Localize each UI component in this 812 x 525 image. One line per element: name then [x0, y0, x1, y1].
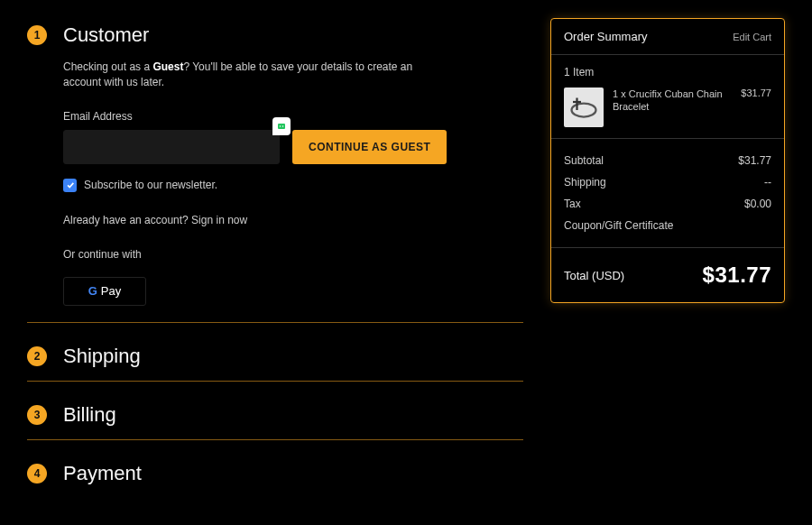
svg-point-1: [280, 125, 281, 127]
total-value: $31.77: [703, 262, 771, 288]
order-summary-panel: Order Summary Edit Cart 1 Item 1 x Cruci…: [550, 18, 785, 303]
tax-label: Tax: [564, 198, 581, 210]
svg-rect-0: [278, 124, 285, 129]
step-title: Payment: [63, 462, 142, 485]
already-account-text: Already have an account? Sign in now: [63, 214, 523, 226]
chat-widget-icon[interactable]: [272, 117, 291, 135]
item-thumbnail: [564, 88, 604, 127]
step-payment-header[interactable]: 4 Payment: [27, 462, 523, 485]
step-title: Customer: [63, 23, 149, 47]
svg-point-2: [282, 125, 284, 127]
step-billing-header[interactable]: 3 Billing: [27, 403, 523, 427]
divider: [27, 439, 523, 440]
item-count: 1 Item: [564, 66, 771, 78]
step-number: 3: [27, 405, 47, 425]
step-title: Shipping: [63, 345, 141, 368]
step-number: 4: [27, 464, 47, 484]
email-label: Email Address: [63, 110, 523, 123]
step-shipping-header[interactable]: 2 Shipping: [27, 345, 523, 368]
svg-point-3: [572, 104, 596, 117]
step-number: 2: [27, 346, 47, 366]
summary-title: Order Summary: [564, 30, 647, 43]
step-title: Billing: [63, 403, 116, 427]
divider: [27, 322, 523, 323]
divider: [27, 381, 523, 382]
item-price: $31.77: [741, 88, 771, 98]
google-pay-button[interactable]: G Pay: [63, 277, 146, 306]
sign-in-link[interactable]: Sign in now: [191, 214, 247, 226]
shipping-value: --: [764, 176, 771, 189]
shipping-label: Shipping: [564, 176, 606, 189]
cart-item: 1 x Crucifix Cuban Chain Bracelet $31.77: [564, 88, 771, 127]
subtotal-label: Subtotal: [564, 154, 604, 167]
newsletter-label: Subscribe to our newsletter.: [84, 179, 217, 191]
guest-helper-text: Checking out as a Guest? You'll be able …: [63, 60, 424, 90]
total-label: Total (USD): [564, 269, 624, 282]
item-name: 1 x Crucifix Cuban Chain Bracelet: [613, 88, 732, 114]
coupon-link[interactable]: Coupon/Gift Certificate: [564, 219, 673, 232]
continue-as-guest-button[interactable]: CONTINUE AS GUEST: [292, 130, 447, 164]
step-number: 1: [27, 25, 47, 45]
email-field[interactable]: [63, 130, 280, 164]
step-customer-header: 1 Customer: [27, 23, 523, 47]
edit-cart-link[interactable]: Edit Cart: [733, 32, 771, 42]
newsletter-checkbox[interactable]: [63, 179, 77, 192]
tax-value: $0.00: [744, 198, 771, 210]
or-continue-label: Or continue with: [63, 248, 523, 261]
subtotal-value: $31.77: [738, 154, 771, 167]
